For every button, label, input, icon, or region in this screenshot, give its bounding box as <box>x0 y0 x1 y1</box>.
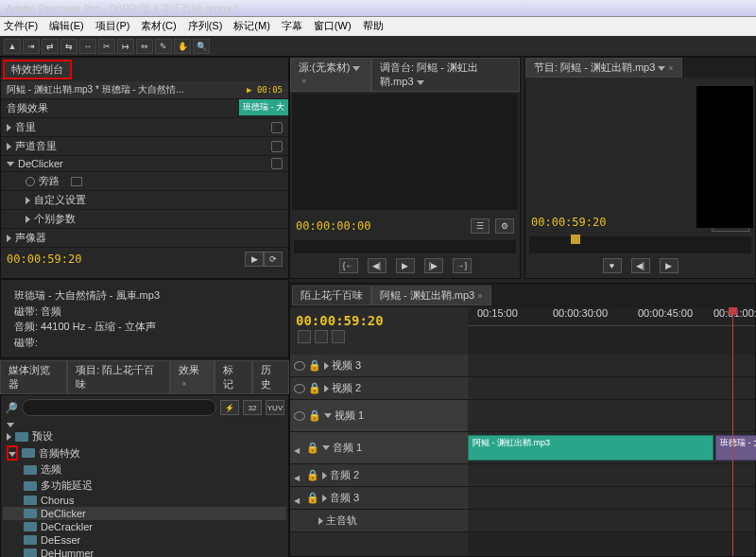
program-scrubber[interactable] <box>529 236 751 253</box>
loop-icon[interactable]: ⟳ <box>264 252 283 267</box>
source-scrubber[interactable] <box>294 240 516 253</box>
tab-project[interactable]: 项目: 陌上花千百味 <box>67 360 170 394</box>
menu-file[interactable]: 文件(F) <box>4 19 38 34</box>
settings-icon[interactable]: ⚙ <box>495 218 514 234</box>
fx-declicker-item[interactable]: DeClicker <box>41 508 86 519</box>
source-timecode[interactable]: 00:00:00:00 <box>296 219 370 233</box>
sequence-tab-2[interactable]: 阿鲲 - 渊虹出鞘.mp3× <box>371 286 491 305</box>
expand-icon[interactable] <box>324 385 329 392</box>
rolling-edit-tool-icon[interactable]: ⇆ <box>60 39 77 54</box>
fx-chorus[interactable]: Chorus <box>41 495 74 506</box>
fx-declicker[interactable]: DeClicker <box>18 158 63 169</box>
marker-icon[interactable] <box>332 330 345 343</box>
audio-clip-1[interactable]: 阿鲲 - 渊虹出鞘.mp3 <box>468 435 713 460</box>
timeline-ruler[interactable]: 00:15:00 00:00:30:00 00:00:45:00 00:01:0… <box>468 307 755 326</box>
collapse-icon[interactable] <box>324 413 332 418</box>
speaker-icon[interactable] <box>294 471 303 480</box>
tab-history[interactable]: 历史 <box>252 360 289 394</box>
snap-icon[interactable] <box>298 330 311 343</box>
track-select-tool-icon[interactable]: ⇥ <box>23 39 40 54</box>
preset-folder[interactable]: 预设 <box>32 429 53 444</box>
fx-timecode[interactable]: 00:00:59:20 <box>7 252 81 266</box>
menu-marker[interactable]: 标记(M) <box>233 19 270 34</box>
source-viewport[interactable] <box>292 94 518 210</box>
fx-deesser[interactable]: DeEsser <box>41 534 80 546</box>
close-icon[interactable]: × <box>301 77 306 86</box>
hand-tool-icon[interactable]: ✋ <box>174 39 191 54</box>
lock-icon[interactable]: 🔒 <box>308 382 321 394</box>
ripple-edit-tool-icon[interactable]: ⇄ <box>42 39 59 54</box>
menu-title[interactable]: 字幕 <box>282 19 302 34</box>
list-icon[interactable]: ☰ <box>471 218 490 234</box>
fx-decrackler[interactable]: DeCrackler <box>41 521 93 532</box>
audio-clip-2[interactable]: 班德瑞 - 大 <box>715 435 756 460</box>
tab-audio-mixer[interactable]: 调音台: 阿鲲 - 渊虹出鞘.mp3 <box>371 58 520 92</box>
fx-dehummer[interactable]: DeHummer <box>41 548 94 557</box>
zoom-tool-icon[interactable]: 🔍 <box>193 39 210 54</box>
program-viewport[interactable] <box>696 86 753 228</box>
fx-custom-setup[interactable]: 自定义设置 <box>34 193 86 207</box>
program-timecode[interactable]: 00:00:59:20 <box>531 216 606 229</box>
step-fwd-icon[interactable]: |▶ <box>424 258 443 273</box>
expand-icon[interactable] <box>7 124 11 131</box>
collapse-icon[interactable] <box>322 445 330 450</box>
lock-icon[interactable]: 🔒 <box>308 409 321 422</box>
expand-icon[interactable] <box>324 362 329 370</box>
fx-panner[interactable]: 声像器 <box>15 231 46 245</box>
lock-icon[interactable]: 🔒 <box>306 492 319 504</box>
close-icon[interactable]: × <box>477 291 482 301</box>
menu-clip[interactable]: 素材(C) <box>141 19 176 34</box>
track-v2[interactable]: 视频 2 <box>332 381 361 395</box>
fx-individual-params[interactable]: 个别参数 <box>34 212 76 226</box>
expand-icon[interactable] <box>318 517 323 525</box>
bypass-checkbox[interactable] <box>71 177 82 186</box>
eye-icon[interactable] <box>294 361 305 371</box>
track-v1[interactable]: 视频 1 <box>335 409 364 423</box>
close-icon[interactable]: × <box>668 63 673 73</box>
speaker-icon[interactable] <box>294 494 303 503</box>
expand-icon[interactable] <box>322 472 327 479</box>
collapse-icon[interactable] <box>7 162 14 166</box>
tab-media-browser[interactable]: 媒体浏览器 <box>0 360 67 394</box>
track-a2[interactable]: 音频 2 <box>330 468 359 482</box>
expand-icon[interactable] <box>7 143 11 150</box>
tab-source[interactable]: 源:(无素材)× <box>290 58 371 92</box>
close-icon[interactable]: × <box>181 379 186 389</box>
play-icon[interactable]: ▶ <box>245 252 264 267</box>
speaker-icon[interactable] <box>294 444 303 453</box>
link-icon[interactable] <box>315 330 328 343</box>
reset-icon[interactable] <box>271 141 283 152</box>
menu-window[interactable]: 窗口(W) <box>314 19 352 34</box>
menu-sequence[interactable]: 序列(S) <box>188 19 223 34</box>
dropdown-icon[interactable] <box>417 80 424 85</box>
play-icon[interactable]: ▶ <box>396 258 415 273</box>
step-back-icon[interactable]: ◀| <box>631 258 650 273</box>
tab-program[interactable]: 节目: 阿鲲 - 渊虹出鞘.mp3× <box>525 58 682 78</box>
selection-tool-icon[interactable]: ▲ <box>4 39 21 54</box>
marker-icon[interactable]: ♥ <box>603 258 622 273</box>
sequence-tab-1[interactable]: 陌上花千百味 <box>292 286 371 305</box>
effects-search-input[interactable] <box>22 399 216 416</box>
collapse-icon[interactable] <box>7 423 14 427</box>
tab-markers[interactable]: 标记 <box>215 360 251 394</box>
razor-tool-icon[interactable]: ✂ <box>98 39 115 54</box>
dropdown-icon[interactable] <box>352 66 360 71</box>
menu-edit[interactable]: 编辑(E) <box>49 19 84 34</box>
menu-project[interactable]: 项目(P) <box>95 19 130 34</box>
menu-help[interactable]: 帮助 <box>363 19 384 34</box>
eye-icon[interactable] <box>294 384 305 393</box>
expand-icon[interactable] <box>7 235 11 242</box>
step-back-icon[interactable]: ◀| <box>368 258 387 273</box>
expand-icon[interactable] <box>7 433 11 441</box>
expand-icon[interactable] <box>26 216 30 223</box>
timeline-tracks[interactable]: 00:15:00 00:00:30:00 00:00:45:00 00:01:0… <box>468 307 755 556</box>
fx-bypass[interactable]: 旁路 <box>39 174 60 188</box>
fx-item[interactable]: 选频 <box>41 462 61 477</box>
lock-icon[interactable]: 🔒 <box>306 469 319 481</box>
fx-yuv-icon[interactable]: YUV <box>266 400 284 415</box>
tab-effect-controls[interactable]: 特效控制台 <box>3 60 72 79</box>
fx-filter-icon[interactable]: ⚡ <box>220 400 239 415</box>
play-icon[interactable]: ▶ <box>660 258 679 273</box>
playhead[interactable] <box>732 307 733 556</box>
fx-32-icon[interactable]: 32 <box>243 400 262 415</box>
